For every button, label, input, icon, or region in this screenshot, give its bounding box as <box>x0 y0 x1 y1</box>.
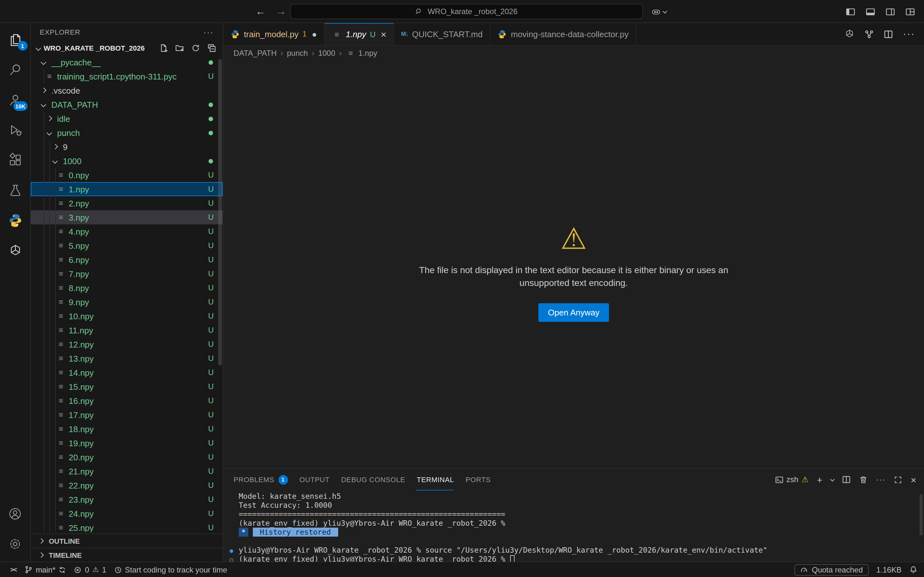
split-terminal-icon[interactable] <box>842 475 851 484</box>
tree-file-23.npy[interactable]: ≡23.npyU <box>31 492 223 506</box>
tree-folder-__pycache__[interactable]: __pycache__ <box>31 55 223 69</box>
more-actions-icon[interactable]: ··· <box>903 28 915 40</box>
unsaved-dot-icon[interactable]: ● <box>312 29 317 39</box>
tree-file-20.npy[interactable]: ≡20.npyU <box>31 450 223 464</box>
tree-file-training_script1.cpython-311.pyc[interactable]: ≡training_script1.cpython-311.pycU <box>31 69 223 83</box>
chevron-down-icon[interactable] <box>830 477 835 481</box>
terminal-line: Test Accuracy: 1.0000 <box>239 501 918 510</box>
tab-moving-stance-data-collector.py[interactable]: moving-stance-data-collector.py <box>490 23 636 45</box>
tree-file-14.npy[interactable]: ≡14.npyU <box>31 366 223 380</box>
terminal-output[interactable]: Model: karate_sensei.h5Test Accuracy: 1.… <box>239 492 918 562</box>
customize-layout-button[interactable] <box>905 7 915 16</box>
breadcrumb-item[interactable]: 1000 <box>318 49 335 58</box>
more-actions-icon[interactable]: ··· <box>204 27 214 37</box>
maximize-panel-icon[interactable] <box>894 475 902 484</box>
tree-folder-1000[interactable]: 1000 <box>31 154 223 168</box>
breadcrumb-item[interactable]: punch <box>287 49 308 58</box>
new-terminal-button[interactable]: + <box>817 474 822 485</box>
tree-file-19.npy[interactable]: ≡19.npyU <box>31 436 223 450</box>
panel-tab-TERMINAL[interactable]: TERMINAL <box>417 469 454 490</box>
tree-file-24.npy[interactable]: ≡24.npyU <box>31 506 223 521</box>
problems-indicator[interactable]: 0 ⚠ 1 <box>70 562 110 577</box>
activity-gpt[interactable] <box>0 235 31 266</box>
git-branch-item[interactable]: main* <box>20 562 70 577</box>
command-decoration-icon[interactable]: ● <box>230 546 233 555</box>
tree-file-13.npy[interactable]: ≡13.npyU <box>31 351 223 366</box>
refresh-button[interactable] <box>191 44 200 53</box>
tree-file-18.npy[interactable]: ≡18.npyU <box>31 422 223 436</box>
tree-file-7.npy[interactable]: ≡7.npyU <box>31 267 223 281</box>
open-anyway-button[interactable]: Open Anyway <box>538 303 609 322</box>
project-root-row[interactable]: WRO_KARATE _ROBOT_2026 <box>31 41 223 55</box>
outline-section[interactable]: OUTLINE <box>31 533 223 548</box>
tree-folder-.vscode[interactable]: .vscode <box>31 83 223 97</box>
tree-file-3.npy[interactable]: ≡3.npyU <box>31 210 223 224</box>
tree-file-0.npy[interactable]: ≡0.npyU <box>31 168 223 182</box>
tree-file-1.npy[interactable]: ≡1.npyU <box>31 182 223 196</box>
tree-file-2.npy[interactable]: ≡2.npyU <box>31 196 223 210</box>
split-editor-icon[interactable] <box>884 29 893 39</box>
accounts-button[interactable] <box>0 499 31 529</box>
timeline-section[interactable]: TIMELINE <box>31 548 223 562</box>
tree-file-5.npy[interactable]: ≡5.npyU <box>31 239 223 253</box>
toggle-sidebar-button[interactable] <box>846 7 855 16</box>
tree-file-4.npy[interactable]: ≡4.npyU <box>31 224 223 239</box>
tree-file-11.npy[interactable]: ≡11.npyU <box>31 323 223 337</box>
sidebar-scrollbar[interactable] <box>218 59 222 366</box>
tree-folder-punch[interactable]: punch <box>31 126 223 140</box>
panel-tab-PORTS[interactable]: PORTS <box>465 469 491 490</box>
tab-train_model.py[interactable]: train_model.py1● <box>223 23 325 45</box>
toggle-panel-button[interactable] <box>866 7 875 16</box>
network-usage[interactable]: 1.16KB <box>876 565 901 574</box>
activity-search[interactable] <box>0 55 31 85</box>
tree-file-17.npy[interactable]: ≡17.npyU <box>31 408 223 422</box>
breadcrumb-item[interactable]: ≡1.npy <box>346 49 377 58</box>
tab-1.npy[interactable]: ≡1.npyU× <box>325 23 394 45</box>
tree-file-6.npy[interactable]: ≡6.npyU <box>31 253 223 267</box>
tree-file-25.npy[interactable]: ≡25.npyU <box>31 521 223 532</box>
tree-file-21.npy[interactable]: ≡21.npyU <box>31 464 223 478</box>
activity-python[interactable] <box>0 205 31 235</box>
command-center-search[interactable]: WRO_karate _robot_2026 <box>290 4 643 19</box>
close-icon[interactable]: × <box>381 29 387 40</box>
tree-file-10.npy[interactable]: ≡10.npyU <box>31 309 223 323</box>
tree-file-8.npy[interactable]: ≡8.npyU <box>31 281 223 295</box>
remote-indicator[interactable]: >< <box>6 562 20 577</box>
kill-terminal-icon[interactable] <box>859 475 867 484</box>
back-arrow-icon[interactable]: ← <box>255 6 266 17</box>
tree-folder-idle[interactable]: idle <box>31 111 223 126</box>
tree-file-16.npy[interactable]: ≡16.npyU <box>31 394 223 408</box>
activity-testing[interactable] <box>0 175 31 205</box>
tree-folder-DATA_PATH[interactable]: DATA_PATH <box>31 97 223 111</box>
close-panel-icon[interactable]: × <box>911 474 916 485</box>
terminal-scrollbar[interactable] <box>919 494 923 535</box>
tree-file-9.npy[interactable]: ≡9.npyU <box>31 295 223 309</box>
activity-explorer[interactable]: 1 <box>0 24 31 55</box>
gpt-icon[interactable] <box>845 29 855 39</box>
run-tool-icon[interactable] <box>864 29 874 39</box>
more-actions-icon[interactable]: ··· <box>876 475 885 484</box>
forward-arrow-icon[interactable]: → <box>276 6 286 17</box>
tree-file-12.npy[interactable]: ≡12.npyU <box>31 337 223 351</box>
panel-tab-OUTPUT[interactable]: OUTPUT <box>299 469 330 490</box>
panel-tab-PROBLEMS[interactable]: PROBLEMS1 <box>234 469 288 490</box>
toggle-secondary-sidebar-button[interactable] <box>885 7 895 16</box>
tree-file-15.npy[interactable]: ≡15.npyU <box>31 380 223 394</box>
breadcrumb-item[interactable]: DATA_PATH <box>234 49 276 58</box>
tab-QUICK_START.md[interactable]: M↓QUICK_START.md <box>394 23 490 45</box>
collapse-all-button[interactable] <box>207 44 216 53</box>
activity-chat[interactable]: 10K <box>0 85 31 115</box>
panel-tab-DEBUG CONSOLE[interactable]: DEBUG CONSOLE <box>341 469 405 490</box>
activity-extensions[interactable] <box>0 145 31 175</box>
copilot-menu[interactable] <box>651 0 666 23</box>
tree-file-22.npy[interactable]: ≡22.npyU <box>31 478 223 492</box>
activity-run-debug[interactable] <box>0 115 31 145</box>
quota-indicator[interactable]: Quota reached <box>795 564 869 575</box>
settings-button[interactable] <box>0 529 31 559</box>
tree-folder-9[interactable]: 9 <box>31 140 223 154</box>
new-folder-button[interactable] <box>175 44 184 53</box>
new-file-button[interactable] <box>159 44 168 53</box>
notifications-bell[interactable] <box>909 566 918 574</box>
terminal-shell-selector[interactable]: zsh ⚠ <box>775 475 809 484</box>
time-tracker-item[interactable]: Start coding to track your time <box>110 562 231 577</box>
